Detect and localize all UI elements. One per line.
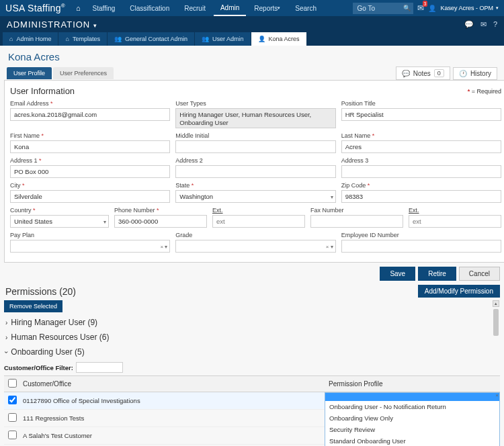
row-customer[interactable]: 111 Regression Tests bbox=[19, 410, 325, 427]
scrollbar[interactable]: ▴ ▾ bbox=[493, 300, 499, 446]
top-nav: Staffing Classification Recruit Admin Re… bbox=[86, 0, 323, 16]
home-icon[interactable]: ⌂ bbox=[76, 4, 81, 12]
nav-admin[interactable]: Admin bbox=[214, 0, 246, 16]
user-info-panel: User Information * = Required Email Addr… bbox=[4, 80, 504, 263]
perm-title: Permissions (20) bbox=[4, 286, 77, 297]
remove-selected-button[interactable]: Remove Selected bbox=[4, 300, 62, 312]
notif-icon[interactable]: ✉3 bbox=[417, 3, 424, 13]
user-types-value: Hiring Manager User, Human Resources Use… bbox=[175, 108, 335, 128]
notes-button[interactable]: 💬Notes0 bbox=[396, 66, 450, 80]
first-name-input[interactable] bbox=[10, 140, 170, 153]
help-icon[interactable]: ? bbox=[493, 20, 497, 29]
addr1-input[interactable] bbox=[10, 165, 170, 178]
state-select[interactable] bbox=[175, 190, 335, 203]
secnav-user-profile[interactable]: User Profile bbox=[7, 67, 52, 79]
city-input[interactable] bbox=[10, 190, 170, 203]
empid-label: Employee ID Number bbox=[341, 232, 501, 238]
profile-dropdown[interactable]: × Onboarding User - No Notification Retu… bbox=[325, 392, 500, 446]
dropdown-option[interactable]: Onboarding User - No Notification Return bbox=[325, 401, 499, 412]
secnav-user-prefs[interactable]: User Preferences bbox=[53, 67, 114, 79]
col-permission-profile[interactable]: Permission Profile bbox=[325, 376, 500, 392]
payplan-label: Pay Plan bbox=[10, 232, 170, 238]
chevron-down-icon: ▾ bbox=[278, 5, 280, 11]
mail-icon[interactable]: ✉ bbox=[480, 20, 487, 29]
clock-icon: 🕐 bbox=[459, 70, 467, 77]
middle-initial-label: Middle Initial bbox=[175, 132, 335, 139]
phone-label: Phone Number * bbox=[114, 207, 207, 214]
home-icon: ⌂ bbox=[9, 36, 13, 42]
acc-hr-user[interactable]: ›Human Resources User (6) bbox=[4, 330, 500, 345]
chevron-down-icon: › bbox=[3, 351, 10, 353]
history-button[interactable]: 🕐History bbox=[453, 67, 497, 80]
required-note: * = Required bbox=[468, 88, 501, 95]
retire-button[interactable]: Retire bbox=[418, 267, 456, 281]
subtab-admin-home[interactable]: ⌂Admin Home bbox=[3, 32, 58, 46]
chevron-down-icon: ▾ bbox=[93, 22, 97, 29]
chat-icon[interactable]: 💬 bbox=[464, 20, 474, 29]
fax-input[interactable] bbox=[310, 215, 403, 228]
save-button[interactable]: Save bbox=[380, 267, 415, 281]
admin-bar: ADMINISTRATION ▾ 💬 ✉ ? bbox=[0, 16, 504, 32]
scroll-up-icon[interactable]: ▴ bbox=[493, 300, 499, 307]
nav-search[interactable]: Search bbox=[288, 0, 323, 16]
chevron-down-icon: ▾ bbox=[496, 5, 499, 11]
search-icon[interactable]: 🔍 bbox=[403, 5, 411, 11]
add-modify-permission-button[interactable]: Add/Modify Permission bbox=[418, 285, 500, 298]
dropdown-option[interactable]: Standard Onboarding User bbox=[325, 435, 499, 446]
payplan-select[interactable] bbox=[10, 240, 170, 253]
dropdown-option[interactable]: Security Review bbox=[325, 424, 499, 435]
cancel-button[interactable]: Cancel bbox=[459, 267, 500, 281]
email-input[interactable] bbox=[10, 108, 170, 121]
fax-ext-input[interactable] bbox=[409, 215, 501, 228]
addr3-input[interactable] bbox=[341, 165, 501, 178]
user-icon: 👤 bbox=[258, 36, 265, 42]
user-types-label: User Types bbox=[175, 100, 335, 107]
addr3-label: Address 3 bbox=[341, 157, 501, 164]
col-customer[interactable]: Customer/Office bbox=[19, 376, 325, 392]
country-label: Country * bbox=[10, 207, 109, 214]
phone-ext-input[interactable] bbox=[212, 215, 305, 228]
user-icon: 👤 bbox=[428, 5, 436, 12]
select-all-checkbox[interactable] bbox=[8, 379, 17, 388]
nav-reports[interactable]: Reports ▾ bbox=[247, 0, 287, 16]
subtab-bar: ⌂Admin Home ⌂Templates 👥General Contact … bbox=[0, 32, 504, 46]
grade-select[interactable] bbox=[175, 240, 335, 253]
user-info-title: User Information bbox=[10, 86, 75, 96]
user-label[interactable]: Kasey Acres - OPM ▾ bbox=[440, 5, 499, 11]
ext-label: Ext. bbox=[212, 207, 305, 214]
zip-label: Zip Code * bbox=[341, 182, 501, 189]
addr2-input[interactable] bbox=[175, 165, 335, 178]
admin-title[interactable]: ADMINISTRATION ▾ bbox=[7, 19, 97, 30]
subtab-templates[interactable]: ⌂Templates bbox=[58, 32, 107, 46]
filter-input[interactable] bbox=[76, 362, 123, 373]
user-icon: 👥 bbox=[114, 36, 122, 42]
state-label: State * bbox=[175, 182, 335, 189]
nav-classification[interactable]: Classification bbox=[123, 0, 176, 16]
subtab-gen-contact[interactable]: 👥General Contact Admin bbox=[108, 32, 195, 46]
subtab-kona[interactable]: 👤Kona Acres bbox=[251, 32, 307, 46]
scroll-thumb[interactable] bbox=[493, 309, 499, 336]
middle-initial-input[interactable] bbox=[175, 140, 335, 153]
zip-input[interactable] bbox=[341, 190, 501, 203]
chevron-right-icon: › bbox=[5, 319, 7, 326]
phone-input[interactable] bbox=[114, 215, 207, 228]
dropdown-option[interactable]: Onboarding View Only bbox=[325, 412, 499, 424]
empid-input[interactable] bbox=[341, 240, 501, 253]
row-customer[interactable]: 01127890 Office of Special Investigation… bbox=[19, 392, 325, 410]
nav-staffing[interactable]: Staffing bbox=[86, 0, 122, 16]
row-checkbox[interactable] bbox=[8, 396, 17, 404]
row-customer[interactable]: A Salah's Test Customer bbox=[19, 427, 325, 445]
acc-hiring-manager[interactable]: ›Hiring Manager User (9) bbox=[4, 315, 500, 330]
row-checkbox[interactable] bbox=[8, 413, 17, 422]
dropdown-selection-bar[interactable] bbox=[325, 393, 499, 401]
last-name-input[interactable] bbox=[341, 140, 501, 153]
home-icon: ⌂ bbox=[65, 36, 69, 42]
row-checkbox[interactable] bbox=[8, 431, 17, 439]
acc-onboarding-user[interactable]: ›Onboarding User (5) bbox=[4, 345, 500, 359]
country-select[interactable] bbox=[10, 215, 109, 228]
chat-icon: 💬 bbox=[402, 70, 410, 77]
nav-recruit[interactable]: Recruit bbox=[177, 0, 212, 16]
first-name-label: First Name * bbox=[10, 132, 170, 139]
position-title-input[interactable] bbox=[341, 108, 501, 121]
subtab-user-admin[interactable]: 👥User Admin bbox=[195, 32, 251, 46]
